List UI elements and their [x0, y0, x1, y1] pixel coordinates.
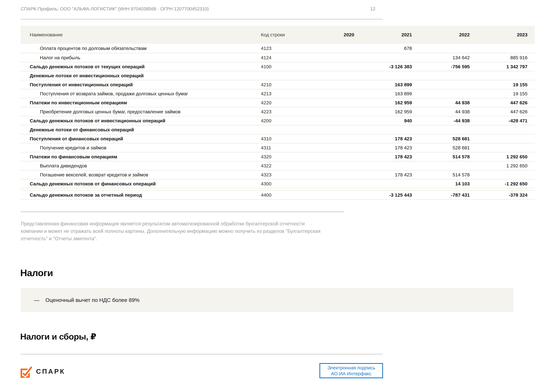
header-divider — [21, 19, 383, 20]
row-name: Сальдо денежных потоков за отчетный пери… — [21, 192, 261, 198]
table-row: Сальдо денежных потоков от инвестиционны… — [21, 116, 535, 125]
row-value-2022: -787 431 — [412, 192, 470, 198]
row-code: 4300 — [261, 181, 297, 186]
row-value-2023: -428 471 — [470, 118, 527, 123]
row-code: 4223 — [261, 109, 297, 114]
row-value-2021: 163 899 — [354, 82, 412, 87]
table-row: Сальдо денежных потоков от текущих опера… — [21, 62, 535, 71]
row-value-2021: 163 899 — [354, 91, 412, 96]
table-row: Денежные потоки от финансовых операций — [21, 125, 535, 134]
document-page: СПАРК-Профиль: ООО "АЛЬФА-ЛОГИСТИК" (ИНН… — [0, 0, 555, 392]
row-value-2021: -3 126 383 — [354, 64, 412, 69]
table-row: Платежи по финансовым операциям 4320 178… — [21, 152, 535, 161]
row-value-2023: 1 292 650 — [470, 163, 527, 169]
row-name: Денежные потоки от финансовых операций — [21, 127, 261, 132]
taxes-heading: Налоги — [20, 267, 53, 278]
row-code: 4123 — [261, 46, 297, 51]
table-header-row: Наименование Код строки 2020 2021 2022 2… — [21, 26, 535, 44]
footer-divider — [21, 354, 383, 355]
row-value-2023: 19 155 — [470, 82, 527, 87]
table-row: Поступления от инвестиционных операций 4… — [21, 80, 535, 89]
row-code: 4322 — [261, 163, 297, 169]
spark-logo: СПАРК — [20, 365, 65, 378]
table-row: Погашение векселей, возврат кредитов и з… — [21, 170, 535, 179]
signature-button[interactable]: Электронная подпись АО ИА Интерфакс — [319, 363, 383, 378]
col-header-2020: 2020 — [297, 32, 354, 37]
row-name: Денежные потоки от инвестиционных операц… — [21, 73, 261, 78]
signature-line2: АО ИА Интерфакс — [331, 371, 372, 377]
row-value-2022: 514 578 — [412, 172, 470, 178]
row-name: Поступления от финансовых операций — [21, 136, 261, 142]
row-name: Платежи по финансовым операциям — [21, 154, 261, 159]
col-header-2023: 2023 — [470, 32, 527, 37]
row-name: Налог на прибыль — [21, 55, 261, 60]
row-code: 4400 — [261, 192, 297, 198]
row-value-2023: 447 626 — [470, 109, 527, 114]
row-value-2021: 178 423 — [354, 172, 412, 178]
row-value-2023: 1 292 650 — [470, 154, 527, 159]
doc-header-title: СПАРК-Профиль: ООО "АЛЬФА-ЛОГИСТИК" (ИНН… — [21, 6, 209, 12]
row-name: Сальдо денежных потоков от инвестиционны… — [21, 118, 261, 123]
row-value-2023: 19 155 — [470, 91, 527, 96]
table-row: Платежи по инвестиционным операциям 4220… — [21, 98, 535, 107]
row-value-2022: -44 938 — [412, 118, 470, 123]
row-code: 4310 — [261, 136, 297, 142]
col-header-code: Код строки — [261, 32, 297, 37]
row-value-2023: 885 916 — [470, 55, 527, 60]
table-row: Приобретение долговых ценных бумаг, пред… — [21, 107, 535, 116]
row-value-2021: 178 423 — [354, 136, 412, 142]
row-value-2022: -756 595 — [412, 64, 470, 69]
col-header-2021: 2021 — [354, 32, 412, 37]
vat-note-box: — Оценочный вычет по НДС более 89% — [21, 288, 514, 312]
row-value-2022: 14 103 — [412, 181, 470, 186]
col-header-2022: 2022 — [412, 32, 470, 37]
table-row: Оплата процентов по долговым обязательст… — [21, 44, 535, 53]
row-code: 4100 — [261, 64, 297, 69]
row-code: 4210 — [261, 82, 297, 87]
row-name: Поступления от инвестиционных операций — [21, 82, 261, 87]
row-value-2022: 514 578 — [412, 154, 470, 159]
table-row: Налог на прибыль 4124 134 642 885 916 — [21, 53, 535, 62]
row-value-2021: 940 — [354, 118, 412, 123]
row-name: Платежи по инвестиционным операциям — [21, 100, 261, 106]
row-value-2022: 134 642 — [412, 55, 470, 60]
table-row: Сальдо денежных потоков от финансовых оп… — [21, 179, 535, 188]
vat-note-text: Оценочный вычет по НДС более 89% — [45, 297, 139, 303]
table-row: Поступления от возврата займов, продажи … — [21, 89, 535, 98]
row-code: 4311 — [261, 145, 297, 150]
row-code: 4323 — [261, 172, 297, 178]
page-number: 12 — [370, 6, 375, 12]
table-row: Поступления от финансовых операций 4310 … — [21, 134, 535, 143]
table-row: Получение кредитов и займов 4311 178 423… — [21, 143, 535, 152]
row-code: 4320 — [261, 154, 297, 159]
row-value-2021: 162 959 — [354, 100, 412, 106]
row-value-2023: -1 292 650 — [470, 181, 527, 186]
row-name: Погашение векселей, возврат кредитов и з… — [21, 172, 261, 178]
row-value-2022: 528 681 — [412, 136, 470, 142]
row-value-2021: 178 423 — [354, 145, 412, 150]
cash-flow-table: Наименование Код строки 2020 2021 2022 2… — [21, 26, 535, 200]
row-value-2021: 178 423 — [354, 154, 412, 159]
table-bottom-divider — [21, 211, 344, 212]
row-value-2023: -378 324 — [470, 192, 527, 198]
row-value-2021: -3 125 443 — [354, 192, 412, 198]
row-name: Сальдо денежных потоков от финансовых оп… — [21, 181, 261, 186]
disclaimer-text: Представленная финансовая информация явл… — [21, 220, 321, 242]
col-header-name: Наименование — [21, 32, 261, 37]
note-dash-icon: — — [34, 297, 39, 303]
table-row: Выплата дивидендов 4322 1 292 650 — [21, 161, 535, 170]
row-value-2021: 162 959 — [354, 109, 412, 114]
row-value-2022: 44 938 — [412, 100, 470, 106]
signature-line1: Электронная подпись — [327, 365, 375, 371]
row-code: 4213 — [261, 91, 297, 96]
row-value-2022: 44 938 — [412, 109, 470, 114]
row-value-2023: 1 342 797 — [470, 64, 527, 69]
row-value-2022: 528 681 — [412, 145, 470, 150]
row-value-2023: 447 626 — [470, 100, 527, 106]
row-code: 4220 — [261, 100, 297, 106]
table-gap — [21, 188, 535, 190]
table-body: Оплата процентов по долговым обязательст… — [21, 44, 535, 199]
row-value-2021: 678 — [354, 46, 412, 51]
table-row: Сальдо денежных потоков за отчетный пери… — [21, 190, 535, 199]
row-code: 4200 — [261, 118, 297, 123]
